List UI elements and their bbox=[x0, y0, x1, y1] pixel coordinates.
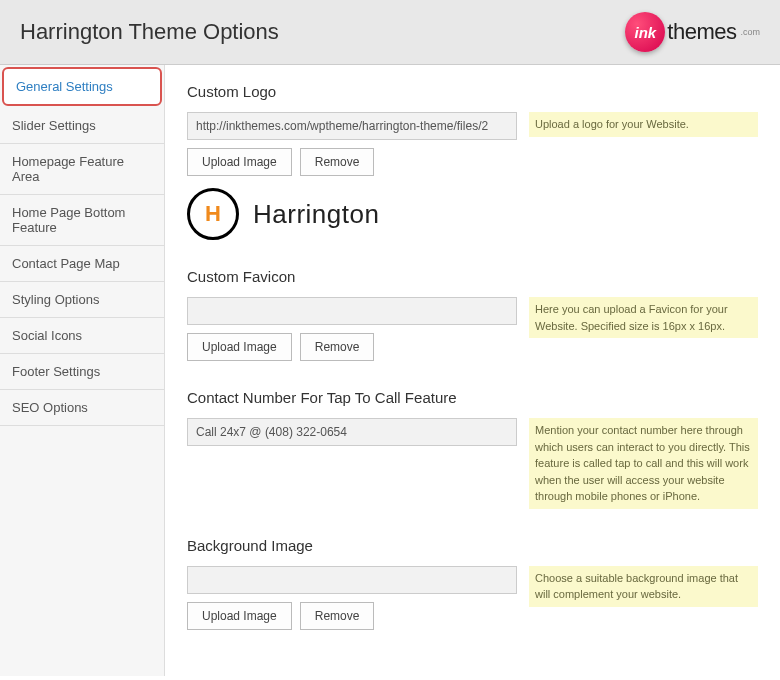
help-text: Choose a suitable background image that … bbox=[529, 566, 758, 607]
sidebar-item-styling-options[interactable]: Styling Options bbox=[0, 282, 164, 318]
remove-button[interactable]: Remove bbox=[300, 148, 375, 176]
sidebar: General Settings Slider Settings Homepag… bbox=[0, 65, 165, 676]
sidebar-item-label: Footer Settings bbox=[12, 364, 100, 379]
sidebar-item-label: General Settings bbox=[16, 79, 113, 94]
help-text: Here you can upload a Favicon for your W… bbox=[529, 297, 758, 338]
logo-preview-icon: H bbox=[187, 188, 239, 240]
sidebar-item-seo-options[interactable]: SEO Options bbox=[0, 390, 164, 426]
sidebar-item-home-page-bottom-feature[interactable]: Home Page Bottom Feature bbox=[0, 195, 164, 246]
sidebar-item-general-settings[interactable]: General Settings bbox=[2, 67, 162, 106]
sidebar-item-slider-settings[interactable]: Slider Settings bbox=[0, 108, 164, 144]
sidebar-item-footer-settings[interactable]: Footer Settings bbox=[0, 354, 164, 390]
upload-image-button[interactable]: Upload Image bbox=[187, 148, 292, 176]
section-contact-number: Contact Number For Tap To Call Feature M… bbox=[187, 389, 758, 509]
sidebar-item-label: SEO Options bbox=[12, 400, 88, 415]
section-custom-favicon: Custom Favicon Upload Image Remove Here … bbox=[187, 268, 758, 361]
sidebar-item-label: Home Page Bottom Feature bbox=[12, 205, 125, 235]
background-image-input[interactable] bbox=[187, 566, 517, 594]
upload-image-button[interactable]: Upload Image bbox=[187, 333, 292, 361]
brand-text: themes bbox=[667, 19, 736, 45]
sidebar-item-homepage-feature-area[interactable]: Homepage Feature Area bbox=[0, 144, 164, 195]
sidebar-item-label: Social Icons bbox=[12, 328, 82, 343]
section-title: Contact Number For Tap To Call Feature bbox=[187, 389, 758, 406]
brand-logo: ink themes .com bbox=[625, 12, 760, 52]
section-background-image: Background Image Upload Image Remove Cho… bbox=[187, 537, 758, 630]
brand-ball-icon: ink bbox=[625, 12, 665, 52]
page-title: Harrington Theme Options bbox=[20, 19, 279, 45]
brand-sub: .com bbox=[740, 27, 760, 37]
logo-preview: H Harrington bbox=[187, 188, 517, 240]
contact-number-input[interactable] bbox=[187, 418, 517, 446]
remove-button[interactable]: Remove bbox=[300, 602, 375, 630]
logo-preview-name: Harrington bbox=[253, 199, 379, 230]
custom-favicon-input[interactable] bbox=[187, 297, 517, 325]
sidebar-item-social-icons[interactable]: Social Icons bbox=[0, 318, 164, 354]
sidebar-item-label: Contact Page Map bbox=[12, 256, 120, 271]
sidebar-item-contact-page-map[interactable]: Contact Page Map bbox=[0, 246, 164, 282]
upload-image-button[interactable]: Upload Image bbox=[187, 602, 292, 630]
sidebar-item-label: Slider Settings bbox=[12, 118, 96, 133]
help-text: Upload a logo for your Website. bbox=[529, 112, 758, 137]
section-title: Custom Logo bbox=[187, 83, 758, 100]
custom-logo-input[interactable] bbox=[187, 112, 517, 140]
sidebar-item-label: Homepage Feature Area bbox=[12, 154, 124, 184]
sidebar-item-label: Styling Options bbox=[12, 292, 99, 307]
section-title: Custom Favicon bbox=[187, 268, 758, 285]
main-content: Custom Logo Upload Image Remove H Harrin… bbox=[165, 65, 780, 676]
section-custom-logo: Custom Logo Upload Image Remove H Harrin… bbox=[187, 83, 758, 240]
header: Harrington Theme Options ink themes .com bbox=[0, 0, 780, 65]
remove-button[interactable]: Remove bbox=[300, 333, 375, 361]
help-text: Mention your contact number here through… bbox=[529, 418, 758, 509]
section-title: Background Image bbox=[187, 537, 758, 554]
